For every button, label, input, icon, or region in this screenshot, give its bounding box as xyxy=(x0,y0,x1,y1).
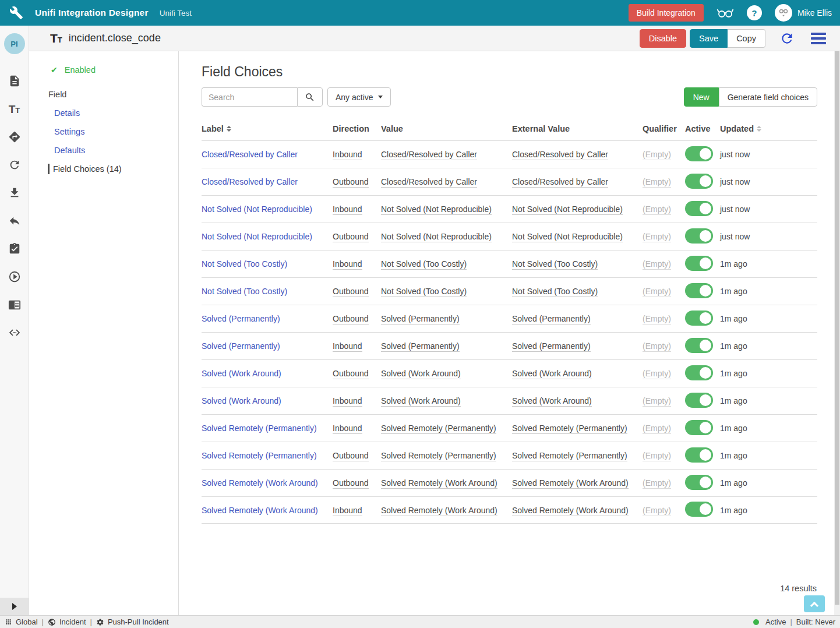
row-value[interactable]: Not Solved (Not Reproducible) xyxy=(381,204,492,215)
active-toggle[interactable] xyxy=(685,447,713,463)
app-indicator[interactable]: Incident xyxy=(48,618,86,626)
active-toggle[interactable] xyxy=(685,228,713,244)
row-direction[interactable]: Inbound xyxy=(333,150,362,160)
new-button[interactable]: New xyxy=(684,87,719,107)
row-label-link[interactable]: Not Solved (Not Reproducible) xyxy=(202,232,312,241)
active-toggle[interactable] xyxy=(685,146,713,161)
row-external-value[interactable]: Not Solved (Not Reproducible) xyxy=(512,204,623,215)
row-qualifier[interactable]: (Empty) xyxy=(643,341,671,352)
row-value[interactable]: Solved (Work Around) xyxy=(381,396,461,407)
sidebar-item-settings[interactable]: Settings xyxy=(54,127,178,136)
row-external-value[interactable]: Solved Remotely (Work Around) xyxy=(512,506,629,516)
sidebar-item-defaults[interactable]: Defaults xyxy=(54,146,178,155)
row-direction[interactable]: Inbound xyxy=(333,259,362,270)
row-value[interactable]: Not Solved (Too Costly) xyxy=(381,287,467,297)
row-value[interactable]: Solved Remotely (Permanently) xyxy=(381,451,496,461)
row-qualifier[interactable]: (Empty) xyxy=(643,150,671,160)
save-button[interactable]: Save xyxy=(690,29,728,48)
row-qualifier[interactable]: (Empty) xyxy=(643,177,671,188)
column-label[interactable]: Label xyxy=(202,124,333,133)
row-label-link[interactable]: Solved Remotely (Permanently) xyxy=(202,424,317,433)
row-direction[interactable]: Outbound xyxy=(333,314,369,324)
column-external-value[interactable]: External Value xyxy=(512,124,643,133)
row-qualifier[interactable]: (Empty) xyxy=(643,478,671,489)
row-label-link[interactable]: Solved Remotely (Work Around) xyxy=(202,478,318,488)
row-qualifier[interactable]: (Empty) xyxy=(643,369,671,379)
row-direction[interactable]: Inbound xyxy=(333,341,362,352)
history-icon[interactable] xyxy=(8,158,22,172)
row-direction[interactable]: Outbound xyxy=(333,451,369,461)
row-value[interactable]: Closed/Resolved by Caller xyxy=(381,150,477,160)
refresh-button[interactable] xyxy=(779,31,795,46)
active-toggle[interactable] xyxy=(685,283,713,298)
row-label-link[interactable]: Solved (Permanently) xyxy=(202,314,280,323)
generate-field-choices-button[interactable]: Generate field choices xyxy=(719,87,817,107)
active-toggle[interactable] xyxy=(685,365,713,380)
column-direction[interactable]: Direction xyxy=(333,124,381,133)
active-toggle[interactable] xyxy=(685,475,713,490)
row-qualifier[interactable]: (Empty) xyxy=(643,314,671,324)
row-label-link[interactable]: Solved (Work Around) xyxy=(202,396,281,405)
row-external-value[interactable]: Solved (Work Around) xyxy=(512,369,592,379)
row-label-link[interactable]: Solved Remotely (Work Around) xyxy=(202,506,318,515)
active-toggle[interactable] xyxy=(685,174,713,189)
row-value[interactable]: Not Solved (Too Costly) xyxy=(381,259,467,270)
row-direction[interactable]: Outbound xyxy=(333,177,369,188)
integration-avatar[interactable]: PI xyxy=(4,33,25,54)
reply-icon[interactable] xyxy=(8,214,22,228)
row-external-value[interactable]: Solved Remotely (Permanently) xyxy=(512,451,627,461)
row-value[interactable]: Solved Remotely (Work Around) xyxy=(381,478,497,489)
active-toggle[interactable] xyxy=(685,420,713,435)
search-button[interactable] xyxy=(297,87,323,107)
disable-button[interactable]: Disable xyxy=(640,29,686,48)
row-external-value[interactable]: Solved Remotely (Permanently) xyxy=(512,424,627,434)
row-label-link[interactable]: Not Solved (Not Reproducible) xyxy=(202,204,312,214)
row-external-value[interactable]: Solved (Work Around) xyxy=(512,396,592,407)
user-menu[interactable]: Mike Ellis xyxy=(775,4,832,22)
row-value[interactable]: Solved (Permanently) xyxy=(381,314,460,324)
column-active[interactable]: Active xyxy=(685,124,720,133)
row-label-link[interactable]: Not Solved (Too Costly) xyxy=(202,259,287,269)
code-icon[interactable] xyxy=(8,326,22,340)
help-icon[interactable]: ? xyxy=(747,5,762,20)
row-direction[interactable]: Inbound xyxy=(333,424,362,434)
row-value[interactable]: Solved (Permanently) xyxy=(381,341,460,352)
module-indicator[interactable]: Push-Pull Incident xyxy=(96,618,169,626)
search-input[interactable] xyxy=(202,87,297,107)
expand-rail-button[interactable] xyxy=(0,598,29,615)
scroll-to-top-button[interactable] xyxy=(804,595,825,612)
vertical-scrollbar[interactable] xyxy=(834,51,840,615)
preview-glasses-icon[interactable] xyxy=(717,6,734,19)
row-external-value[interactable]: Not Solved (Too Costly) xyxy=(512,287,598,297)
row-qualifier[interactable]: (Empty) xyxy=(643,204,671,215)
row-label-link[interactable]: Closed/Resolved by Caller xyxy=(202,150,298,159)
directions-icon[interactable] xyxy=(8,130,22,144)
row-direction[interactable]: Outbound xyxy=(333,369,369,379)
row-qualifier[interactable]: (Empty) xyxy=(643,506,671,516)
scrollbar-thumb[interactable] xyxy=(835,51,839,605)
row-external-value[interactable]: Closed/Resolved by Caller xyxy=(512,177,608,188)
row-direction[interactable]: Outbound xyxy=(333,232,369,242)
active-toggle[interactable] xyxy=(685,201,713,216)
row-value[interactable]: Solved Remotely (Work Around) xyxy=(381,506,497,516)
row-qualifier[interactable]: (Empty) xyxy=(643,287,671,297)
download-icon[interactable] xyxy=(8,186,22,200)
row-direction[interactable]: Inbound xyxy=(333,396,362,407)
row-qualifier[interactable]: (Empty) xyxy=(643,451,671,461)
sidebar-item-field-choices[interactable]: Field Choices (14) xyxy=(48,164,178,174)
app-subtitle[interactable]: Unifi Test xyxy=(160,9,192,17)
column-updated[interactable]: Updated xyxy=(720,124,817,133)
clipboard-check-icon[interactable] xyxy=(8,242,22,256)
row-value[interactable]: Solved (Work Around) xyxy=(381,369,461,379)
row-external-value[interactable]: Solved (Permanently) xyxy=(512,341,591,352)
text-fields-icon[interactable]: TT xyxy=(8,102,22,116)
row-qualifier[interactable]: (Empty) xyxy=(643,232,671,242)
row-label-link[interactable]: Solved Remotely (Permanently) xyxy=(202,451,317,460)
column-value[interactable]: Value xyxy=(381,124,512,133)
row-qualifier[interactable]: (Empty) xyxy=(643,424,671,434)
active-toggle[interactable] xyxy=(685,256,713,271)
active-toggle[interactable] xyxy=(685,502,713,517)
book-icon[interactable] xyxy=(8,298,22,312)
document-icon[interactable] xyxy=(8,74,22,88)
row-direction[interactable]: Outbound xyxy=(333,287,369,297)
